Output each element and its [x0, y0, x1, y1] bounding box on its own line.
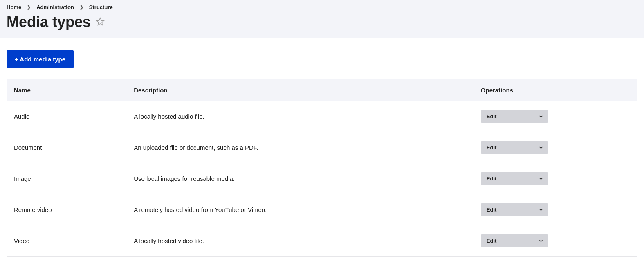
chevron-down-icon [539, 145, 543, 150]
edit-button[interactable]: Edit [481, 110, 534, 123]
dropdown-toggle[interactable] [534, 203, 548, 216]
cell-name: Document [7, 132, 126, 163]
cell-description: A remotely hosted video from YouTube or … [126, 194, 473, 225]
dropdown-toggle[interactable] [534, 110, 548, 123]
cell-operations: Edit [473, 163, 637, 194]
table-row: Audio A locally hosted audio file. Edit [7, 101, 637, 132]
col-header-operations: Operations [473, 79, 637, 101]
col-header-description: Description [126, 79, 473, 101]
chevron-down-icon [539, 114, 543, 119]
cell-name: Remote video [7, 194, 126, 225]
table-row: Image Use local images for reusable medi… [7, 163, 637, 194]
edit-button[interactable]: Edit [481, 141, 534, 154]
col-header-name: Name [7, 79, 126, 101]
cell-description: An uploaded file or document, such as a … [126, 132, 473, 163]
table-row: Document An uploaded file or document, s… [7, 132, 637, 163]
cell-name: Image [7, 163, 126, 194]
dropdown-toggle[interactable] [534, 234, 548, 247]
chevron-down-icon [539, 207, 543, 212]
cell-name: Audio [7, 101, 126, 132]
chevron-down-icon [539, 239, 543, 243]
cell-operations: Edit [473, 225, 637, 257]
dropdown-toggle[interactable] [534, 141, 548, 154]
cell-operations: Edit [473, 194, 637, 225]
cell-operations: Edit [473, 132, 637, 163]
chevron-right-icon: ❯ [80, 5, 83, 10]
chevron-down-icon [539, 176, 543, 181]
cell-operations: Edit [473, 101, 637, 132]
cell-name: Video [7, 225, 126, 257]
breadcrumb-link-home[interactable]: Home [7, 4, 21, 10]
cell-description: A locally hosted video file. [126, 225, 473, 257]
breadcrumb-link-administration[interactable]: Administration [36, 4, 74, 10]
edit-button[interactable]: Edit [481, 172, 534, 185]
edit-button[interactable]: Edit [481, 203, 534, 216]
cell-description: A locally hosted audio file. [126, 101, 473, 132]
table-row: Video A locally hosted video file. Edit [7, 225, 637, 257]
page-title: Media types [7, 14, 91, 31]
svg-marker-0 [96, 18, 104, 25]
chevron-right-icon: ❯ [27, 5, 31, 10]
edit-button[interactable]: Edit [481, 234, 534, 247]
cell-description: Use local images for reusable media. [126, 163, 473, 194]
add-media-type-button[interactable]: + Add media type [7, 50, 74, 68]
breadcrumb: Home ❯ Administration ❯ Structure [7, 4, 637, 10]
dropdown-toggle[interactable] [534, 172, 548, 185]
table-row: Remote video A remotely hosted video fro… [7, 194, 637, 225]
breadcrumb-link-structure[interactable]: Structure [89, 4, 113, 10]
star-icon[interactable] [96, 17, 105, 27]
media-types-table: Name Description Operations Audio A loca… [7, 79, 637, 257]
